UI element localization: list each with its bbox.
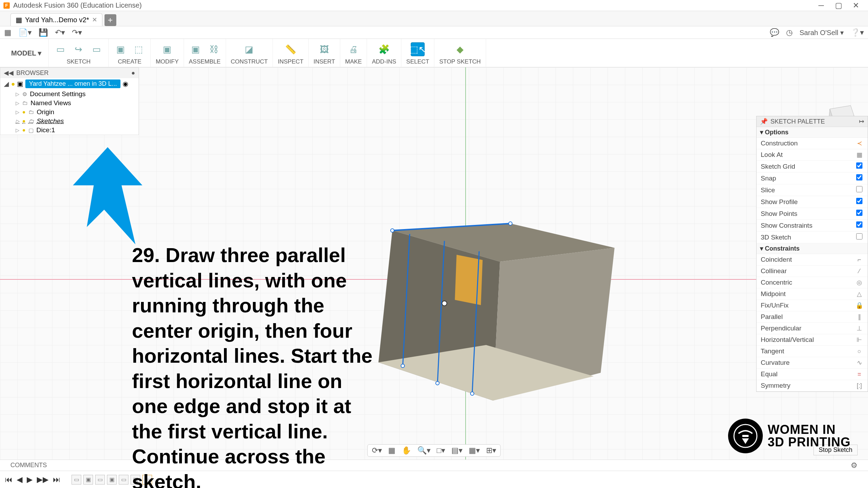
visibility-icon[interactable]: ● [22,118,26,124]
expand-icon[interactable]: ◢ [4,80,9,88]
palette-options-header[interactable]: ▾ Options [757,127,868,138]
addins-icon[interactable]: 🧩 [377,42,391,56]
option-slice[interactable]: Slice [757,184,868,196]
expand-icon[interactable]: ▷ [16,109,19,115]
ribbon-label-construct[interactable]: CONSTRUCT [231,58,268,65]
3dsketch-checkbox[interactable] [856,233,862,239]
expand-icon[interactable]: ▷ [16,127,19,133]
viewport[interactable]: ◀◀ BROWSER ● ◢ ● ▣ Yard Yahtzee ... omen… [0,67,868,460]
workspace-selector[interactable]: MODEL ▾ [4,39,49,67]
lookat-icon[interactable]: ▦ [388,446,395,455]
pan-icon[interactable]: ✋ [402,446,411,455]
new-tab-button[interactable]: + [105,14,116,26]
timeline-item[interactable]: ▣ [83,475,93,485]
option-sketchgrid[interactable]: Sketch Grid [757,161,868,173]
browser-root[interactable]: ◢ ● ▣ Yard Yahtzee ... omen in 3D L... ◉ [0,78,139,90]
constraint-collinear[interactable]: Collinear∕ [757,266,868,277]
comments-bar[interactable]: COMMENTS ⚙ [0,460,868,471]
ribbon-label-insert[interactable]: INSERT [314,58,335,65]
slice-checkbox[interactable] [856,186,862,192]
file-menu-icon[interactable]: 📄▾ [18,28,32,37]
display-icon[interactable]: ▤▾ [451,446,462,455]
visibility-icon[interactable]: ● [22,127,26,133]
constraint-equal[interactable]: Equal= [757,369,868,380]
timeline-item[interactable]: ▭ [119,475,128,485]
decal-icon[interactable]: 🖼 [317,42,331,56]
ribbon-label-stopsketch[interactable]: STOP SKETCH [439,58,481,65]
data-panel-icon[interactable]: ▦ [4,28,11,37]
expand-icon[interactable]: ▷ [16,118,19,124]
undo-icon[interactable]: ↶▾ [55,28,65,37]
expand-icon[interactable]: ↦ [859,118,864,125]
collapse-icon[interactable]: ◀◀ [4,69,14,77]
close-button[interactable]: ✕ [847,0,865,11]
box-icon[interactable]: ▣ [114,42,127,56]
browser-pin-icon[interactable]: ● [131,69,135,77]
save-icon[interactable]: 💾 [39,28,48,37]
grid-icon[interactable]: ▦▾ [469,446,480,455]
option-construction[interactable]: Construction≺ [757,138,868,149]
presspull-icon[interactable]: ▣ [160,42,174,56]
ribbon-label-sketch[interactable]: SKETCH [67,58,91,65]
model-cube[interactable] [372,217,621,425]
pin-icon[interactable]: 📌 [760,118,768,125]
timeline-end-icon[interactable]: ⏭ [53,475,60,484]
rectangle-icon[interactable]: ▭ [90,42,103,56]
constraint-curvature[interactable]: Curvature∿ [757,357,868,369]
line-icon[interactable]: ↪ [72,42,85,56]
ribbon-label-select[interactable]: SELECT [406,58,429,65]
option-showconstraints[interactable]: Show Constraints [757,220,868,232]
ribbon-label-assemble[interactable]: ASSEMBLE [189,58,221,65]
constraint-symmetry[interactable]: Symmetry[:] [757,380,868,392]
help-icon[interactable]: ❔▾ [851,28,864,37]
option-snap[interactable]: Snap [757,173,868,184]
constraint-midpoint[interactable]: Midpoint△ [757,288,868,300]
user-menu[interactable]: Sarah O'Sell ▾ [800,28,844,37]
fit-icon[interactable]: □▾ [437,446,445,455]
browser-header[interactable]: ◀◀ BROWSER ● [0,68,139,78]
stop-sketch-icon[interactable]: ◆ [453,42,467,56]
expand-icon[interactable]: ▷ [16,91,19,97]
constraint-tangent[interactable]: Tangent○ [757,346,868,357]
timeline-start-icon[interactable]: ⏮ [5,475,12,484]
browser-node-namedviews[interactable]: ▷ 🗀 Named Views [0,99,139,108]
extrude-icon[interactable]: ⬚ [132,42,145,56]
visibility-icon[interactable]: ● [22,109,26,115]
lookat-icon[interactable]: ▦ [855,151,863,159]
minimize-button[interactable]: ─ [812,0,830,11]
option-lookat[interactable]: Look At▦ [757,149,868,161]
browser-node-origin[interactable]: ▷ ● 🗀 Origin [0,108,139,117]
maximize-button[interactable]: ▢ [830,0,847,11]
joint-icon[interactable]: ⛓ [207,42,221,56]
settings-gear-icon[interactable]: ⚙ [851,461,858,470]
option-showprofile[interactable]: Show Profile [757,196,868,208]
document-tab-active[interactable]: ▦ Yard Yah...Demo v2* ✕ [10,13,102,26]
palette-constraints-header[interactable]: ▾ Constraints [757,243,868,254]
3dprint-icon[interactable]: 🖨 [347,42,360,56]
tab-close-icon[interactable]: ✕ [92,16,97,24]
option-3dsketch[interactable]: 3D Sketch [757,232,868,243]
plane-icon[interactable]: ◪ [242,42,256,56]
radio-icon[interactable]: ◉ [123,80,128,88]
browser-node-dice[interactable]: ▷ ● ▢ Dice:1 [0,126,139,135]
expand-icon[interactable]: ▷ [16,100,19,106]
sketchgrid-checkbox[interactable] [856,162,862,169]
showconstraints-checkbox[interactable] [856,221,862,228]
constraint-parallel[interactable]: Parallel∥ [757,311,868,323]
new-component-icon[interactable]: ▣ [189,42,203,56]
timeline-item[interactable]: ▭ [72,475,81,485]
constraint-perpendicular[interactable]: Perpendicular⊥ [757,323,868,334]
ribbon-label-create[interactable]: CREATE [118,58,142,65]
constraint-fixunfix[interactable]: Fix/UnFix🔒 [757,300,868,311]
showpoints-checkbox[interactable] [856,210,862,216]
ribbon-label-make[interactable]: MAKE [345,58,362,65]
create-sketch-icon[interactable]: ▭ [53,42,67,56]
ribbon-label-modify[interactable]: MODIFY [156,58,178,65]
ribbon-label-addins[interactable]: ADD-INS [372,58,396,65]
select-icon[interactable]: ⬚↖ [411,42,425,56]
option-showpoints[interactable]: Show Points [757,208,868,220]
measure-icon[interactable]: 📏 [284,42,298,56]
job-status-icon[interactable]: ◷ [786,28,793,37]
snap-checkbox[interactable] [856,174,862,180]
extensions-icon[interactable]: 💬 [770,28,779,37]
